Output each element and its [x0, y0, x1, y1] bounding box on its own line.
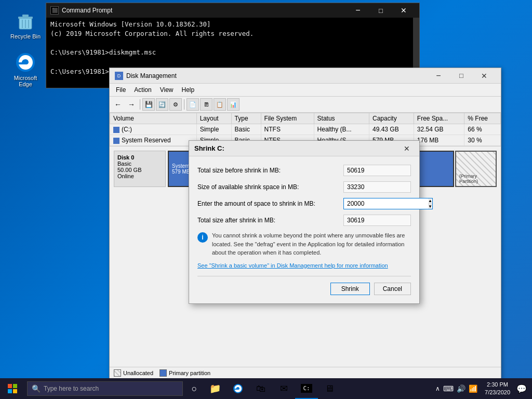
cmd-minimize-btn[interactable]: − — [347, 3, 369, 18]
taskbar-app-explorer[interactable]: 📁 — [204, 378, 227, 399]
shrink-label-available: Size of available shrink space in MB: — [197, 183, 343, 191]
toolbar-sep1 — [140, 99, 140, 110]
shrink-field-total-before: Total size before shrink in MB: 50619 — [197, 165, 411, 176]
table-row[interactable]: (C:) Simple Basic NTFS Healthy (B... 49.… — [110, 124, 501, 135]
unallocated-color-box — [114, 369, 121, 377]
dm-maximize-btn[interactable]: □ — [450, 69, 473, 83]
shrink-title-text: Shrink C: — [194, 144, 400, 152]
toolbar-back-btn[interactable]: ← — [112, 98, 124, 111]
clock-time: 2:30 PM — [487, 381, 508, 389]
taskbar-search-box[interactable]: 🔍 Type here to search — [27, 381, 183, 396]
info-icon: i — [197, 232, 208, 243]
shrink-info-box: i You cannot shrink a volume beyond the … — [197, 231, 411, 257]
primary-color-box — [159, 369, 167, 377]
search-icon: 🔍 — [32, 384, 41, 393]
dm-minimize-btn[interactable]: − — [427, 69, 450, 83]
toolbar-btn7[interactable]: 📊 — [227, 98, 240, 111]
dm-title-icon: D — [115, 72, 123, 80]
dm-menu-view[interactable]: View — [156, 85, 178, 95]
taskbar-app-edge[interactable] — [227, 378, 249, 399]
shrink-spinner: ▲ ▼ — [428, 198, 433, 209]
cmd-taskbar-icon: C: — [301, 384, 312, 393]
dm-menu-file[interactable]: File — [112, 85, 130, 95]
cmd-title-text: Command Prompt — [62, 7, 347, 14]
search-placeholder: Type here to search — [44, 385, 99, 392]
toolbar-btn6[interactable]: 📋 — [214, 98, 226, 111]
cmd-titlebar[interactable]: ⬛ Command Prompt − □ ✕ — [46, 3, 419, 18]
taskbar-clock[interactable]: 2:30 PM 7/23/2020 — [481, 381, 514, 397]
shrink-titlebar[interactable]: Shrink C: ✕ — [189, 141, 419, 156]
taskbar-app-remote[interactable]: 🖥 — [318, 378, 341, 399]
recycle-bin-icon[interactable]: Recycle Bin — [7, 10, 44, 39]
cmd-controls: − □ ✕ — [347, 3, 415, 18]
shrink-value-total-before: 50619 — [343, 165, 411, 176]
disk-name: Disk 0 — [117, 154, 162, 161]
tray-volume-icon[interactable]: 🔊 — [457, 384, 466, 393]
cmd-icon: ⬛ — [50, 6, 59, 15]
toolbar-btn2[interactable]: 🔄 — [156, 98, 168, 111]
tray-chevron[interactable]: ∧ — [435, 385, 440, 392]
toolbar-btn1[interactable]: 💾 — [142, 98, 155, 111]
clock-date: 7/23/2020 — [485, 389, 510, 396]
shrink-field-available: Size of available shrink space in MB: 33… — [197, 181, 411, 193]
cmd-close-btn[interactable]: ✕ — [392, 3, 415, 18]
toolbar-sep2 — [184, 99, 184, 110]
dm-toolbar: ← → 💾 🔄 ⚙ 📄 🖹 📋 📊 — [110, 97, 501, 113]
tray-keyboard-icon[interactable]: ⌨ — [443, 384, 454, 393]
toolbar-btn5[interactable]: 🖹 — [200, 98, 212, 111]
unallocated-partition[interactable]: (Primary Partition) — [455, 151, 497, 187]
disk-status: Online — [117, 173, 162, 179]
toolbar-btn3[interactable]: ⚙ — [169, 98, 182, 111]
dm-menu-action[interactable]: Action — [130, 85, 155, 95]
shrink-value-total-after: 30619 — [343, 215, 411, 226]
notification-center-btn[interactable]: 💬 — [514, 378, 529, 399]
taskbar: 🔍 Type here to search ○ 📁 🛍 ✉ C: 🖥 ∧ ⌨ 🔊… — [0, 378, 532, 399]
shrink-help-link[interactable]: See "Shrink a basic volume" in Disk Mana… — [197, 262, 411, 269]
taskbar-app-mail[interactable]: ✉ — [272, 378, 295, 399]
dm-legend: Unallocated Primary partition — [110, 367, 501, 379]
dm-titlebar[interactable]: D Disk Management − □ ✕ — [110, 68, 501, 84]
col-free-space: Free Spa... — [414, 113, 464, 124]
taskbar-app-cmd[interactable]: C: — [295, 378, 318, 399]
microsoft-edge-icon[interactable]: Microsoft Edge — [7, 52, 44, 87]
dm-close-btn[interactable]: ✕ — [473, 69, 496, 83]
shrink-dialog: Shrink C: ✕ Total size before shrink in … — [189, 140, 420, 304]
col-filesystem: File System — [261, 113, 314, 124]
shrink-close-btn[interactable]: ✕ — [400, 141, 414, 156]
col-status: Status — [314, 113, 369, 124]
explorer-icon: 📁 — [209, 383, 221, 394]
legend-unallocated: Unallocated — [114, 369, 153, 377]
tray-network-icon[interactable]: 📶 — [469, 384, 477, 393]
start-button[interactable] — [0, 378, 25, 399]
shrink-button[interactable]: Shrink — [330, 283, 370, 295]
shrink-buttons: Shrink Cancel — [197, 276, 411, 295]
shrink-amount-input[interactable] — [343, 198, 428, 209]
info-text: You cannot shrink a volume beyond the po… — [212, 231, 411, 257]
shrink-value-available: 33230 — [343, 181, 411, 193]
disk-size: 50.00 GB — [117, 167, 162, 173]
toolbar-btn4[interactable]: 📄 — [187, 98, 199, 111]
shrink-label-total-before: Total size before shrink in MB: — [197, 167, 343, 174]
shrink-field-total-after: Total size after shrink in MB: 30619 — [197, 215, 411, 226]
shrink-label-amount: Enter the amount of space to shrink in M… — [197, 200, 343, 207]
remote-icon: 🖥 — [325, 383, 334, 394]
svg-rect-1 — [18, 17, 33, 19]
col-capacity: Capacity — [369, 113, 414, 124]
recycle-bin-label: Recycle Bin — [10, 33, 41, 39]
spinner-up-btn[interactable]: ▲ — [428, 198, 432, 204]
taskbar-app-store[interactable]: 🛍 — [249, 378, 272, 399]
col-layout: Layout — [196, 113, 231, 124]
store-icon: 🛍 — [256, 383, 265, 394]
cmd-maximize-btn[interactable]: □ — [369, 3, 392, 18]
cortana-button[interactable]: ○ — [185, 379, 204, 398]
shrink-field-amount: Enter the amount of space to shrink in M… — [197, 198, 411, 209]
microsoft-edge-label: Microsoft Edge — [7, 75, 44, 87]
toolbar-forward-btn[interactable]: → — [125, 98, 138, 111]
disk-label-0: Disk 0 Basic 50.00 GB Online — [114, 151, 166, 187]
col-type: Type — [231, 113, 261, 124]
dm-menubar: File Action View Help — [110, 84, 501, 97]
cancel-button[interactable]: Cancel — [374, 283, 411, 295]
dm-title-text: Disk Management — [126, 72, 427, 79]
spinner-down-btn[interactable]: ▼ — [428, 204, 432, 209]
dm-menu-help[interactable]: Help — [178, 85, 199, 95]
